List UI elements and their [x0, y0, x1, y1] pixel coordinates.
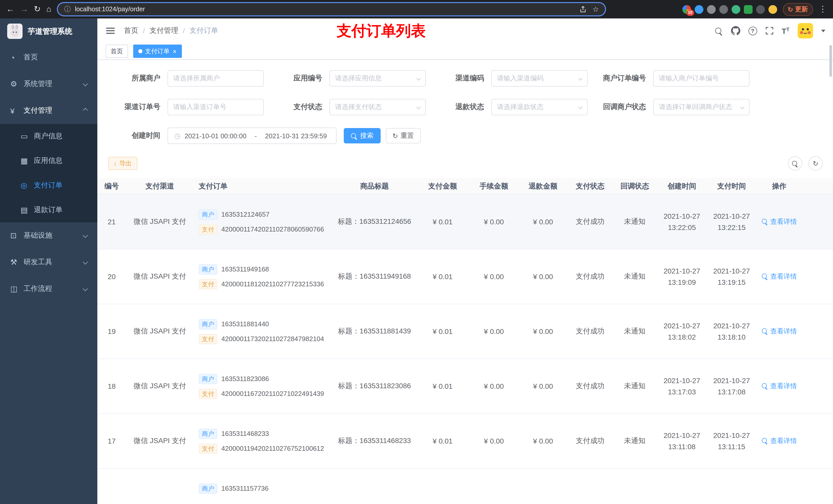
merchant-order-no: 1635311157736 [221, 484, 268, 492]
magnifier-icon [762, 438, 768, 444]
extension-vue-icon[interactable] [731, 5, 740, 14]
github-icon[interactable] [731, 26, 740, 35]
export-button[interactable]: ↓导出 [108, 157, 137, 170]
view-detail-label: 查看详情 [770, 217, 797, 226]
extension-green-icon[interactable] [744, 5, 752, 14]
bookmark-star-icon[interactable]: ☆ [593, 5, 599, 13]
chevron-down-icon[interactable] [821, 29, 825, 32]
filter-row-3: 创建时间 ◷ 2021-10-01 00:00:00 - 2021-10-31 … [97, 127, 833, 144]
sidebar-item-refund-order[interactable]: ▤退款订单 [0, 198, 97, 222]
extension-dark-icon[interactable] [719, 5, 728, 14]
placeholder-text: 请选择退款状态 [497, 102, 544, 112]
notify-status-select[interactable]: 请选择订单回调商户状态 [653, 99, 749, 115]
pay-status-select[interactable]: 请选择支付状态 [329, 99, 426, 115]
merchant-order-no-input[interactable]: 请输入商户订单编号 [653, 70, 749, 87]
merchant-tag: 商户 [199, 429, 217, 439]
sidebar-item-workflow[interactable]: ◫工作流程 [0, 275, 97, 302]
merchant-input[interactable]: 请选择所属商户 [168, 70, 264, 87]
placeholder-text: 请选择支付状态 [335, 102, 382, 112]
cell-channel: 微信 JSAPI 支付 [126, 382, 194, 391]
toggle-search-button[interactable] [788, 156, 802, 171]
reset-button[interactable]: ↻重置 [386, 128, 421, 143]
chevron-down-icon [83, 286, 88, 291]
filter-channel-order-no: 渠道订单号请输入渠道订单号 [104, 99, 266, 115]
font-size-icon[interactable] [782, 26, 789, 35]
sidebar-item-pay-order[interactable]: ◎支付订单 [0, 173, 97, 198]
refresh-table-button[interactable]: ↻ [808, 156, 823, 171]
create-date: 2021-10-27 [657, 375, 707, 386]
breadcrumb-item[interactable]: 首页 [124, 26, 138, 35]
help-icon[interactable]: ? [748, 26, 757, 35]
breadcrumb-item[interactable]: 支付管理 [149, 26, 178, 35]
cell-amount: ¥ 0.01 [416, 218, 469, 226]
view-detail-link[interactable]: 查看详情 [762, 272, 797, 281]
user-avatar[interactable] [798, 23, 813, 39]
update-button[interactable]: ↻ 更新 [783, 3, 813, 16]
share-icon[interactable] [579, 6, 586, 13]
cell-amount: ¥ 0.01 [416, 327, 469, 335]
extension-grey-icon[interactable] [707, 5, 715, 14]
sidebar-item-app-info[interactable]: ▦应用信息 [0, 148, 97, 173]
reset-icon: ↻ [392, 132, 398, 140]
update-label: 更新 [795, 5, 808, 14]
extension-blue-icon[interactable] [694, 5, 703, 14]
fullscreen-icon[interactable] [765, 27, 773, 35]
channel-order-no-input[interactable]: 请输入渠道订单号 [168, 99, 264, 115]
chevron-down-icon [83, 81, 88, 86]
site-info-icon[interactable]: ⓘ [64, 5, 71, 14]
merchant-order-line: 商户1635312124657 [199, 209, 333, 219]
column-header: 操作 [756, 182, 802, 191]
tab-home[interactable]: 首页 [105, 45, 128, 58]
header-actions: ? [715, 23, 825, 39]
channel-code-select[interactable]: 请输入渠道编码 [491, 70, 588, 87]
cell-order: 商户1635311881440支付42000011732021102728479… [194, 314, 333, 349]
app-id-select[interactable]: 请选择应用信息 [329, 70, 426, 87]
sidebar-item-merchant-info[interactable]: ▭商户信息 [0, 124, 97, 148]
address-bar[interactable]: ⓘ localhost:1024/pay/order ☆ [57, 2, 606, 16]
extension-colorful-icon[interactable]: 10 [682, 5, 691, 14]
sidebar-item-infrastructure[interactable]: ⊡基础设施 [0, 222, 97, 249]
sidebar-item-system[interactable]: ⚙系统管理 [0, 71, 97, 97]
extension-smiley-icon[interactable] [768, 5, 777, 14]
search-button[interactable]: 搜索 [344, 128, 381, 143]
back-icon[interactable]: ← [6, 5, 14, 13]
merchant-order-line: 商户1635311468233 [199, 429, 333, 439]
tab-label: 支付订单 [145, 47, 170, 55]
browser-menu-icon[interactable]: ⋮ [819, 5, 827, 13]
table-toolbar: ↓导出 ↻ [97, 156, 833, 171]
cell-order: 商户1635311157736支付 [194, 479, 333, 504]
view-detail-link[interactable]: 查看详情 [762, 327, 797, 336]
refund-status-select[interactable]: 请选择退款状态 [491, 99, 588, 115]
view-detail-link[interactable]: 查看详情 [762, 217, 797, 226]
create-time-label: 创建时间 [104, 131, 168, 140]
home-icon[interactable]: ⌂ [46, 5, 51, 13]
cell-id: 20 [97, 272, 126, 281]
sidebar-item-label: 研发工具 [24, 258, 52, 267]
extension-puzzle-icon[interactable] [756, 5, 765, 14]
sidebar-item-label: 基础设施 [24, 231, 52, 240]
tab-pay-order[interactable]: 支付订单× [133, 45, 182, 58]
cell-refund: ¥ 0.00 [519, 382, 568, 390]
placeholder-text: 请输入渠道编码 [497, 74, 544, 83]
scrollbar-thumb[interactable] [829, 45, 832, 77]
cell-create-time: 2021-10-2713:11:08 [657, 430, 707, 452]
sidebar-item-dev-tools[interactable]: ⚒研发工具 [0, 249, 97, 275]
target-icon: ◎ [21, 181, 34, 190]
sidebar-item-home[interactable]: ◔首页 [0, 44, 97, 71]
filter-merchant: 所属商户请选择所属商户 [104, 70, 266, 87]
cell-fee: ¥ 0.00 [469, 272, 519, 281]
close-tab-icon[interactable]: × [173, 48, 176, 54]
forward-icon[interactable]: → [20, 5, 28, 13]
search-icon[interactable] [715, 27, 722, 34]
browser-chrome: ← → ↻ ⌂ ⓘ localhost:1024/pay/order ☆ 10 … [0, 0, 833, 19]
view-detail-link[interactable]: 查看详情 [762, 382, 797, 391]
view-detail-link[interactable]: 查看详情 [762, 436, 797, 446]
reload-icon[interactable]: ↻ [34, 5, 41, 13]
cell-title: 标题：1635311949168 [333, 272, 416, 281]
sidebar-item-payment[interactable]: ¥支付管理 [0, 97, 97, 124]
table-row: 20微信 JSAPI 支付商户1635311949168支付4200001181… [97, 249, 833, 304]
cell-id: 21 [97, 218, 126, 226]
sidebar-fold-icon[interactable] [105, 25, 116, 37]
app-logo[interactable]: 芋道管理系统 [0, 19, 97, 44]
date-range-input[interactable]: ◷ 2021-10-01 00:00:00 - 2021-10-31 23:59… [168, 127, 337, 144]
